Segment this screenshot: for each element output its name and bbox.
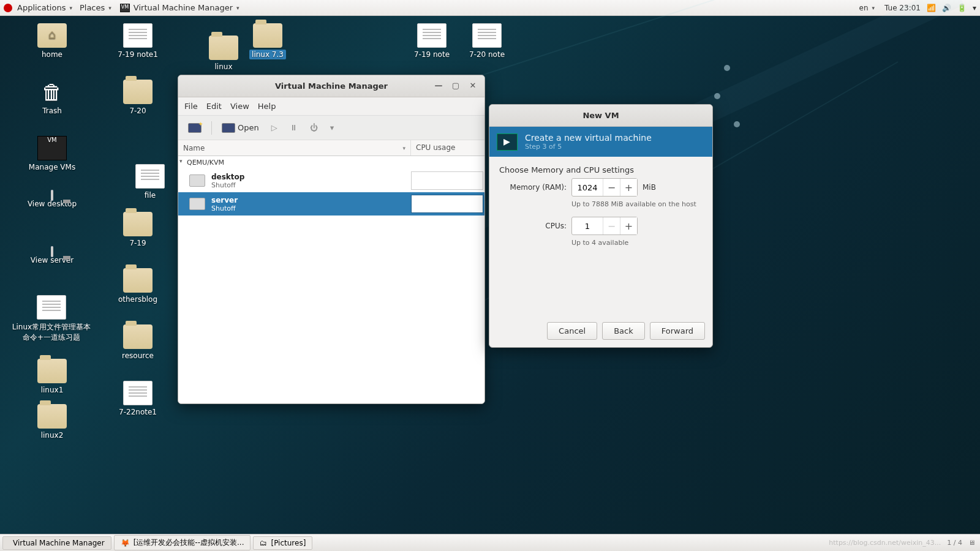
menu-help[interactable]: Help [258,102,276,111]
new-vm-button[interactable] [183,121,206,135]
newvm-body: Choose Memory and CPU settings Memory (R… [489,157,712,255]
places-menu[interactable]: Places [76,3,115,12]
desktop-icon-folder-linux2[interactable]: linux2 [18,404,86,440]
new-vm-icon [188,123,202,133]
section-label: Choose Memory and CPU settings [499,165,703,174]
memory-increment[interactable]: + [620,179,637,196]
cpu-decrement[interactable]: − [603,217,620,234]
desktop-icon-folder-719[interactable]: 7-19 [104,212,172,247]
distro-icon [4,4,12,12]
task-pictures[interactable]: 🗂[Pictures] [253,536,312,550]
desktop-icon-note722[interactable]: 7-22note1 [104,381,172,416]
vmm-toolbar: Open ▷ ⏸ ⏻ ▾ [178,116,484,140]
shutdown-menu-button[interactable]: ▾ [325,121,339,135]
shutdown-button[interactable]: ⏻ [305,121,323,135]
desktop-icon-view-server[interactable]: View server [18,247,86,264]
memory-label: Memory (RAM): [499,183,567,192]
desktop-icon-file[interactable]: file [116,164,184,200]
cpu-label: CPUs: [499,222,567,230]
vmm-column-headers: Name▾ CPU usage [178,140,484,156]
memory-decrement[interactable]: − [603,179,620,196]
cpu-graph [411,195,483,213]
desktop-icon-trash[interactable]: Trash [18,80,86,115]
run-button[interactable]: ▷ [266,121,282,135]
menu-view[interactable]: View [230,102,249,111]
vmm-window: Virtual Machine Manager — ▢ ✕ File Edit … [178,75,485,404]
connection-group[interactable]: QEMU/KVM [178,156,484,169]
desktop-icon-folder-linux1[interactable]: linux1 [18,359,86,394]
memory-spinner: − + [571,178,638,197]
files-icon: 🗂 [260,539,267,547]
vmm-titlebar[interactable]: Virtual Machine Manager — ▢ ✕ [178,75,484,97]
cpu-input[interactable] [572,222,603,231]
memory-unit: MiB [643,183,656,192]
desktop-icon-note720[interactable]: 7-20 note [453,23,521,59]
desktop-icon-folder-resource[interactable]: resource [104,324,172,360]
minimize-button[interactable]: — [433,81,444,92]
watermark: https://blog.csdn.net/weixin_43... [829,539,941,547]
task-firefox[interactable]: 🦊[运维开发必会技能--虚拟机安装... [114,535,251,550]
close-button[interactable]: ✕ [467,81,478,92]
newvm-titlebar[interactable]: New VM [489,105,712,127]
col-cpu[interactable]: CPU usage [411,140,484,156]
header-step: Step 3 of 5 [525,143,652,151]
bottom-panel: Virtual Machine Manager 🦊[运维开发必会技能--虚拟机安… [0,534,980,551]
menu-file[interactable]: File [184,102,198,111]
monitor-icon [222,123,235,133]
desktop-icon-home[interactable]: home [18,23,86,59]
vm-list: QEMU/KVM desktopShutoff serverShutoff [178,156,484,403]
firefox-icon: 🦊 [121,539,130,547]
vm-row-desktop[interactable]: desktopShutoff [178,169,484,192]
pause-button[interactable]: ⏸ [285,121,303,135]
desktop-icon-note[interactable]: 7-19 note1 [104,23,172,59]
power-icon[interactable]: ▾ [973,4,976,12]
header-title: Create a new virtual machine [525,133,652,143]
back-button[interactable]: Back [602,322,645,340]
desktop-icon-manage-vms[interactable]: VMManage VMs [18,136,86,171]
col-name[interactable]: Name▾ [178,140,411,156]
vm-thumb-icon [189,174,205,187]
show-desktop-icon[interactable]: 🖥 [968,539,975,547]
vmm-title: Virtual Machine Manager [275,81,388,91]
menu-edit[interactable]: Edit [206,102,222,111]
cpu-hint: Up to 4 available [571,239,703,247]
cancel-button[interactable]: Cancel [547,322,597,340]
cpu-spinner: − + [571,217,638,235]
desktop-icon-folder-othersblog[interactable]: othersblog [104,268,172,304]
applications-menu[interactable]: Applications [13,3,76,12]
open-vm-button[interactable]: Open [217,121,264,135]
top-menu-bar: Applications Places Virtual Machine Mana… [0,0,980,16]
newvm-title: New VM [582,111,619,120]
forward-button[interactable]: Forward [650,322,705,340]
new-vm-dialog: New VM Create a new virtual machine Step… [489,104,713,348]
vm-row-server[interactable]: serverShutoff [178,192,484,216]
maximize-button[interactable]: ▢ [450,81,461,92]
desktop-icon-view-desktop[interactable]: View desktop [18,191,86,208]
workspace-pager[interactable]: 1 / 4 [947,539,962,547]
task-vmm[interactable]: Virtual Machine Manager [2,536,111,550]
vmm-menubar: File Edit View Help [178,97,484,116]
dialog-buttons: Cancel Back Forward [547,322,705,340]
memory-hint: Up to 7888 MiB available on the host [571,200,703,208]
desktop-icon-folder-linux73[interactable]: linux 7.3 [234,23,301,59]
sort-icon: ▾ [402,145,405,151]
memory-input[interactable] [572,183,603,192]
lang-indicator[interactable]: en [856,4,879,12]
cpu-increment[interactable]: + [620,217,637,234]
vm-thumb-icon [189,198,205,210]
desktop-icon-folder-720[interactable]: 7-20 [104,80,172,115]
vmm-app-icon [120,4,130,12]
cpu-graph [411,171,483,190]
app-menu[interactable]: Virtual Machine Manager [130,3,243,12]
desktop-icon-linux-doc[interactable]: Linux常用文件管理基本命令+一道练习题 [9,295,94,343]
newvm-header: Create a new virtual machine Step 3 of 5 [489,127,712,157]
create-vm-icon [497,133,518,151]
